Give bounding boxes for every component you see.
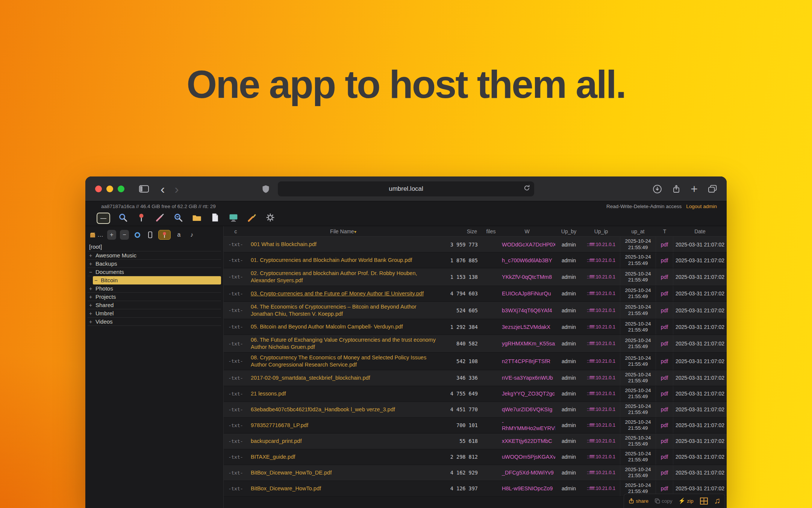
file-row[interactable]: -txt-001 What is Blockchain.pdf3 959 773…	[224, 237, 727, 252]
toolbar-monitor-button[interactable]	[228, 213, 239, 224]
file-name-link[interactable]: BitBox_Diceware_HowTo_DE.pdf	[248, 468, 439, 478]
tree-expander-icon[interactable]: +	[89, 294, 93, 300]
tree-item-videos[interactable]: +Videos	[88, 318, 221, 326]
music-note-button[interactable]: ♪	[187, 230, 196, 240]
file-name-link[interactable]: 02. Cryptocurrencies and blockchain Auth…	[248, 268, 439, 286]
file-name-link[interactable]: 04. The Economics of Cryptocurrencies – …	[248, 302, 439, 319]
file-row[interactable]: -txt-02. Cryptocurrencies and blockchain…	[224, 268, 727, 286]
tree-expander-icon[interactable]: +	[89, 286, 93, 292]
file-name-link[interactable]: 21 lessons.pdf	[248, 389, 439, 399]
share-action-button[interactable]: share	[629, 498, 648, 504]
new-tab-icon[interactable]: +	[691, 183, 698, 195]
tree-item-photos[interactable]: +Photos	[88, 284, 221, 293]
minimize-window-button[interactable]	[106, 186, 113, 192]
file-row[interactable]: -txt-BITAXE_guide.pdf2 298 812uWOQOm5Pjs…	[224, 449, 727, 465]
tree-item-bitcoin[interactable]: −Bitcoin	[93, 276, 221, 284]
reload-icon[interactable]	[523, 184, 530, 193]
header-up-at[interactable]: up_at	[620, 228, 656, 234]
file-name-link[interactable]: BITAXE_guide.pdf	[248, 452, 439, 462]
file-row[interactable]: -txt-2017-02-09_smartdata_steckbrief_blo…	[224, 370, 727, 386]
tree-expander-icon[interactable]: −	[94, 277, 98, 283]
header-up-by[interactable]: Up_by	[555, 228, 582, 234]
file-row[interactable]: -txt-63ebadbe407c5bc4621f0d2a_Handbook l…	[224, 402, 727, 418]
back-icon[interactable]: ‹	[158, 183, 167, 195]
zip-action-button[interactable]: ⚡ zip	[679, 497, 694, 504]
music-player-button[interactable]: ♫	[714, 496, 721, 506]
header-c[interactable]: c	[224, 228, 248, 234]
tree-item-backups[interactable]: +Backups	[88, 260, 221, 268]
file-row[interactable]: -txt-06. The Future of Exchanging Value …	[224, 335, 727, 353]
tree-item-projects[interactable]: +Projects	[88, 293, 221, 301]
file-name-link[interactable]: 05. Bitcoin and Beyond Author Malcolm Ca…	[248, 322, 439, 332]
share-icon[interactable]	[672, 184, 681, 194]
file-row[interactable]: -txt-21 lessons.pdf4 755 649JekgYYQ_ZO3Q…	[224, 386, 727, 402]
toolbar-zoom-button[interactable]	[173, 213, 184, 224]
file-name-link[interactable]: 08. Cryptocurrency The Economics of Mone…	[248, 353, 439, 370]
file-row[interactable]: -txt-9783527716678_LP.pdf700 101-RhMYMMH…	[224, 418, 727, 433]
file-name-link[interactable]: 01. Cryptocurrencies and Blockchain Auth…	[248, 255, 439, 265]
panel-icon[interactable]	[145, 230, 155, 240]
header-files[interactable]: files	[483, 228, 499, 234]
zoom-window-button[interactable]	[118, 186, 124, 192]
file-row[interactable]: -txt-05. Bitcoin and Beyond Author Malco…	[224, 319, 727, 335]
file-name-link[interactable]: BitBox_Diceware_HowTo.pdf	[248, 484, 439, 494]
toolbar-search-button[interactable]	[117, 213, 129, 224]
file-row[interactable]: -txt-08. Cryptocurrency The Economics of…	[224, 353, 727, 370]
toolbar-document-button[interactable]	[209, 213, 221, 224]
spiral-icon[interactable]	[133, 230, 142, 240]
close-window-button[interactable]	[95, 186, 102, 192]
header-w[interactable]: W	[499, 228, 555, 234]
downloads-icon[interactable]	[653, 184, 662, 194]
toolbar-folder-button[interactable]	[191, 213, 202, 224]
file-name-link[interactable]: 001 What is Blockchain.pdf	[248, 239, 439, 249]
tree-item-documents[interactable]: −Documents	[88, 268, 221, 276]
file-name-link[interactable]: 2017-02-09_smartdata_steckbrief_blockcha…	[248, 373, 439, 383]
file-hash: -RhMYMMHo2wEYRVk	[499, 418, 555, 433]
logout-link[interactable]: Logout admin	[686, 204, 717, 209]
header-file-name[interactable]: File Name▾	[248, 228, 439, 234]
expand-all-button[interactable]: +	[107, 230, 116, 240]
tree-item-umbrel[interactable]: +Umbrel	[88, 309, 221, 318]
forward-icon[interactable]: ›	[172, 183, 181, 195]
file-name-link[interactable]: 03. Crypto-currencies and the Future oF …	[248, 289, 439, 299]
tree-item-shared[interactable]: +Shared	[88, 301, 221, 309]
privacy-shield-icon[interactable]	[262, 185, 270, 195]
collapse-all-button[interactable]: −	[120, 230, 129, 240]
file-name-link[interactable]: 9783527716678_LP.pdf	[248, 420, 439, 430]
header-size[interactable]: Size	[439, 228, 483, 234]
header-up-ip[interactable]: Up_ip	[582, 228, 620, 234]
file-row[interactable]: -txt-01. Cryptocurrencies and Blockchain…	[224, 252, 727, 268]
sidebar-toggle-icon[interactable]	[139, 185, 149, 193]
file-row[interactable]: -txt-04. The Economics of Cryptocurrenci…	[224, 302, 727, 319]
file-name-link[interactable]: 06. The Future of Exchanging Value Crypt…	[248, 335, 439, 352]
menu-button[interactable]: —	[97, 213, 110, 224]
copy-action-button[interactable]: copy	[654, 498, 673, 504]
tree-expander-icon[interactable]: +	[89, 310, 93, 316]
tree-expander-icon[interactable]: +	[89, 252, 93, 259]
file-row[interactable]: -txt-BitBox_Diceware_HowTo_DE.pdf4 162 9…	[224, 465, 727, 481]
tree-item-label: Photos	[95, 285, 113, 292]
toolbar-gear-button[interactable]	[265, 213, 276, 224]
grid-view-button[interactable]	[700, 497, 708, 505]
tree-root[interactable]: [root]	[88, 243, 221, 251]
tree-item-awesome-music[interactable]: +Awesome Music	[88, 251, 221, 260]
file-name-link[interactable]: backupcard_print.pdf	[248, 436, 439, 446]
tree-expander-icon[interactable]: −	[89, 269, 93, 275]
file-row[interactable]: -txt-03. Crypto-currencies and the Futur…	[224, 286, 727, 302]
tree-expander-icon[interactable]: +	[89, 319, 93, 325]
tree-expander-icon[interactable]: +	[89, 302, 93, 308]
file-row[interactable]: -txt-backupcard_print.pdf55 618xXKETtjy6…	[224, 433, 727, 449]
pin-tree-button[interactable]	[158, 230, 171, 240]
file-name-link[interactable]: 63ebadbe407c5bc4621f0d2a_Handbook l_web …	[248, 405, 439, 415]
archive-box-icon[interactable]: …	[89, 230, 103, 240]
toolbar-brush-button[interactable]	[246, 213, 258, 224]
tree-item-label: Awesome Music	[95, 252, 136, 259]
tree-expander-icon[interactable]: +	[89, 261, 93, 267]
toolbar-pen-button[interactable]	[154, 213, 165, 224]
header-t[interactable]: T	[656, 228, 673, 234]
address-bar[interactable]: umbrel.local	[278, 181, 534, 196]
header-date[interactable]: Date	[673, 228, 727, 234]
letter-a-button[interactable]: a	[174, 230, 183, 240]
toolbar-pin-button[interactable]	[136, 213, 147, 224]
tab-overview-icon[interactable]	[707, 185, 718, 193]
